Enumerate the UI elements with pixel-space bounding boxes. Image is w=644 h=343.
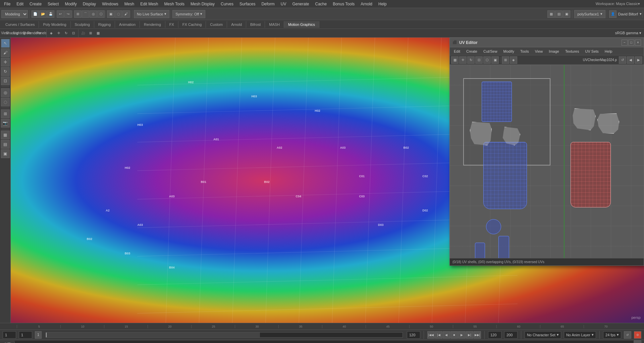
scale-tool[interactable]: ⊡ xyxy=(1,77,10,85)
no-anim-layer-dropdown[interactable]: No Anim Layer ▾ xyxy=(564,331,596,339)
mel-input[interactable] xyxy=(15,341,633,343)
camera-icon[interactable]: 🎥 xyxy=(80,30,87,37)
menu-help[interactable]: Help xyxy=(376,1,389,7)
uv-maximize-button[interactable]: □ xyxy=(628,40,634,46)
fps-dropdown[interactable]: 24 fps ▾ xyxy=(603,331,621,339)
workspace-dropdown[interactable]: Modeling xyxy=(1,10,28,18)
uv-menu-tools[interactable]: Tools xyxy=(518,49,532,54)
tab-rendering[interactable]: Rendering xyxy=(140,21,165,28)
lasso-icon[interactable]: ◌ xyxy=(115,10,122,18)
renderview-icon[interactable]: ▤ xyxy=(555,10,562,18)
snap-point-icon[interactable]: ◎ xyxy=(90,10,97,18)
uv-menu-view[interactable]: View xyxy=(532,49,546,54)
rotate-tool[interactable]: ↻ xyxy=(1,67,10,76)
menu-select[interactable]: Select xyxy=(45,1,61,7)
uv-menu-image[interactable]: Image xyxy=(546,49,562,54)
3d-viewport[interactable]: H02 H03 H02 H03 A01 A02 A03 B02 H02 B01 … xyxy=(11,38,644,323)
layout-tool2[interactable]: ▤ xyxy=(1,140,10,149)
paint-icon[interactable]: 🖌 xyxy=(122,10,130,18)
save-icon[interactable]: 💾 xyxy=(47,10,54,18)
undo-icon[interactable]: ↩ xyxy=(57,10,64,18)
play-back-button[interactable]: ◀ xyxy=(443,331,450,339)
uv-menu-help[interactable]: Help xyxy=(602,49,615,54)
loop-icon[interactable]: ↺ xyxy=(624,331,631,339)
uv-canvas[interactable] xyxy=(450,65,644,258)
soft-select-tool[interactable]: ◎ xyxy=(1,88,10,97)
playback-range-bar[interactable] xyxy=(46,332,403,338)
tab-sculpting[interactable]: Sculpting xyxy=(71,21,94,28)
poly-surface-dropdown[interactable]: polySurface1 ▾ xyxy=(574,10,605,18)
lasso-tool[interactable]: ◌ xyxy=(1,98,10,106)
new-icon[interactable]: 📄 xyxy=(32,10,39,18)
step-fwd-button[interactable]: ▶| xyxy=(466,331,473,339)
camera-tool[interactable]: 📷 xyxy=(1,119,10,128)
open-icon[interactable]: 📂 xyxy=(39,10,47,18)
no-live-surface-dropdown[interactable]: No Live Surface ▾ xyxy=(134,10,169,18)
panels-menu-icon[interactable]: Panels xyxy=(38,30,45,37)
menu-arnold[interactable]: Arnold xyxy=(358,1,375,7)
tab-poly-modeling[interactable]: Poly Modeling xyxy=(39,21,70,28)
uv-menu-create[interactable]: Create xyxy=(464,49,480,54)
paint-tool[interactable]: 🖌 xyxy=(1,48,10,57)
menu-modify[interactable]: Modify xyxy=(62,1,79,7)
menu-mesh[interactable]: Mesh xyxy=(122,1,137,7)
menu-uv[interactable]: UV xyxy=(278,1,289,7)
menu-mesh-display[interactable]: Mesh Display xyxy=(188,1,217,7)
tab-fx[interactable]: FX xyxy=(165,21,178,28)
uv-minimize-button[interactable]: − xyxy=(622,40,628,46)
snap-tool[interactable]: ⊞ xyxy=(1,109,10,118)
frame-current-field[interactable]: 1 xyxy=(19,331,32,339)
step-back-button[interactable]: |◀ xyxy=(435,331,442,339)
menu-mesh-tools[interactable]: Mesh Tools xyxy=(162,1,187,7)
menu-surfaces[interactable]: Surfaces xyxy=(237,1,258,7)
uv-checker-icon[interactable]: ⊞ xyxy=(502,56,509,64)
uv-close-button[interactable]: × xyxy=(635,40,641,46)
tab-animation[interactable]: Animation xyxy=(115,21,140,28)
snap-grid-icon[interactable]: ⊞ xyxy=(74,10,82,18)
select-tool[interactable]: ↖ xyxy=(1,39,10,48)
uv-menu-cutsew[interactable]: Cut/Sew xyxy=(481,49,500,54)
rotate-icon[interactable]: ↻ xyxy=(63,30,69,37)
menu-edit-mesh[interactable]: Edit Mesh xyxy=(138,1,161,7)
grid-icon[interactable]: ⊞ xyxy=(87,30,94,37)
layout-tool3[interactable]: ▣ xyxy=(1,149,10,158)
tab-custom[interactable]: Custom xyxy=(206,21,227,28)
scale-icon[interactable]: ⊡ xyxy=(70,30,77,37)
ipr-icon[interactable]: ▣ xyxy=(563,10,570,18)
stop-button[interactable]: ■ xyxy=(450,331,458,339)
frame-start-field[interactable]: 1 xyxy=(3,331,16,339)
mel-expand-icon[interactable]: ▲ xyxy=(634,340,641,343)
skip-end-button[interactable]: ▶▶| xyxy=(474,331,481,339)
uv-nav-right[interactable]: ▶ xyxy=(635,56,642,64)
menu-edit[interactable]: Edit xyxy=(14,1,26,7)
select-mode-icon[interactable]: ◈ xyxy=(48,30,55,37)
uv-texture-reload-icon[interactable]: ↺ xyxy=(619,56,626,64)
tab-curves-surfaces[interactable]: Curves / Surfaces xyxy=(1,21,39,28)
anim-start-field[interactable]: 120 xyxy=(488,331,501,339)
menu-curves[interactable]: Curves xyxy=(218,1,236,7)
uv-scale-icon[interactable]: ⊡ xyxy=(475,56,483,64)
menu-generate[interactable]: Generate xyxy=(289,1,312,7)
uv-rotate-icon[interactable]: ↻ xyxy=(467,56,475,64)
uv-menu-edit[interactable]: Edit xyxy=(451,49,463,54)
menu-create[interactable]: Create xyxy=(27,1,44,7)
lighting-menu-icon[interactable]: Lighting xyxy=(16,30,23,37)
render-icon[interactable]: ▦ xyxy=(547,10,555,18)
menu-deform[interactable]: Deform xyxy=(259,1,277,7)
redo-icon[interactable]: ↪ xyxy=(64,10,72,18)
skip-start-button[interactable]: |◀◀ xyxy=(427,331,435,339)
menu-display[interactable]: Display xyxy=(80,1,99,7)
menu-cache[interactable]: Cache xyxy=(312,1,329,7)
uv-menu-textures[interactable]: Textures xyxy=(562,49,582,54)
time-ruler[interactable]: 5 10 15 20 25 30 35 40 45 50 55 60 65 70 xyxy=(0,323,644,330)
snap-surface-icon[interactable]: ⬡ xyxy=(97,10,105,18)
playback-settings-icon[interactable]: ⚙ xyxy=(634,331,641,339)
tab-arnold[interactable]: Arnold xyxy=(227,21,246,28)
user-icon[interactable]: 👤 xyxy=(609,10,616,18)
tab-mash[interactable]: MASH xyxy=(265,21,284,28)
symmetry-dropdown[interactable]: Symmetry: Off ▾ xyxy=(172,10,205,18)
no-character-set-dropdown[interactable]: No Character Set ▾ xyxy=(525,331,561,339)
frame-playback-field[interactable]: 1 xyxy=(35,331,42,339)
uv-menu-uvsets[interactable]: UV Sets xyxy=(582,49,601,54)
play-fwd-button[interactable]: ▶ xyxy=(458,331,466,339)
